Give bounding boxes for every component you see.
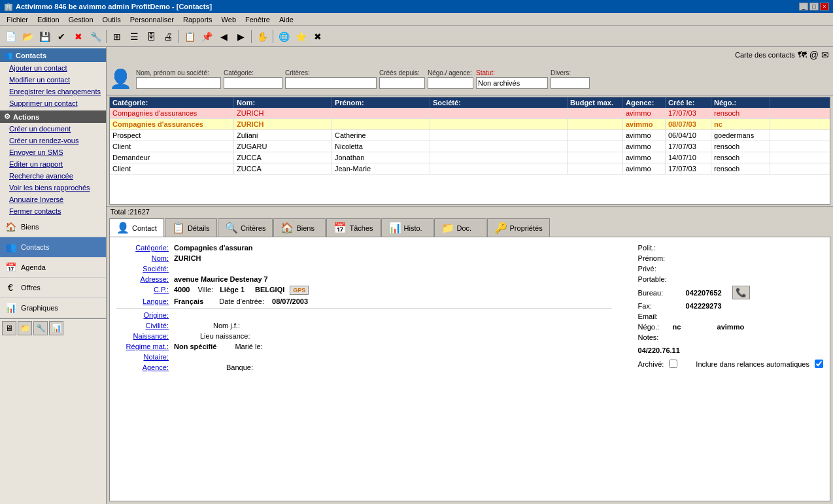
sidebar-item-recherche[interactable]: Recherche avancée <box>0 170 106 182</box>
societe-label[interactable]: Société: <box>116 265 169 273</box>
menu-outils[interactable]: Outils <box>99 15 125 24</box>
search-cat-input[interactable] <box>224 77 282 89</box>
table-row[interactable]: Compagnies d'assurances ZURICH avimmo 08… <box>110 119 830 130</box>
notaire-label[interactable]: Notaire: <box>116 353 169 361</box>
carte-icon-2[interactable]: @ <box>809 50 819 60</box>
archive-row: Archivé: Inclure dans relances automatiq… <box>638 360 823 368</box>
sidebar-item-annuaire[interactable]: Annuaire Inversé <box>0 193 106 205</box>
sidebar-item-sms[interactable]: Envoyer un SMS <box>0 146 106 158</box>
nav-item-contacts[interactable]: 👥 Contacts <box>0 237 106 258</box>
restore-button[interactable]: □ <box>809 3 819 10</box>
regime-label[interactable]: Régime mat.: <box>116 343 169 350</box>
toolbar-new[interactable]: 📄 <box>3 29 18 44</box>
carte-icon-1[interactable]: 🗺 <box>798 50 807 60</box>
nav-item-graphiques[interactable]: 📊 Graphiques <box>0 298 106 318</box>
menu-aide[interactable]: Aide <box>275 15 298 24</box>
inclure-checkbox[interactable] <box>815 360 823 368</box>
civilite-label[interactable]: Civilité: <box>116 322 169 329</box>
table-row[interactable]: Client ZUCCA Jean-Marie avimmo 17/07/03 … <box>110 163 830 175</box>
close-button[interactable]: × <box>820 3 829 10</box>
tab-doc[interactable]: 📁 Doc. <box>434 218 486 237</box>
phone-icon-button[interactable]: 📞 <box>732 286 750 299</box>
sidebar-item-modifier[interactable]: Modifier un contact <box>0 74 106 86</box>
toolbar-forward[interactable]: ▶ <box>233 29 248 44</box>
categorie-label[interactable]: Catégorie: <box>116 244 169 252</box>
tab-taches[interactable]: 📅 Tâches <box>326 218 380 237</box>
bottom-tool-3[interactable]: 🔧 <box>33 321 48 335</box>
origine-label[interactable]: Origine: <box>116 311 169 319</box>
tab-proprietes[interactable]: 🔑 Propriétés <box>487 218 550 237</box>
table-row[interactable]: Compagnies d'assurances ZURICH avimmo 17… <box>110 108 830 119</box>
naissance-label[interactable]: Naissance: <box>116 332 169 340</box>
search-divers-input[interactable] <box>551 77 590 89</box>
toolbar-delete[interactable]: ✖ <box>71 29 86 44</box>
nav-item-agenda[interactable]: 📅 Agenda <box>0 258 106 278</box>
search-nom-input[interactable] <box>136 77 221 89</box>
toolbar-list[interactable]: ☰ <box>126 29 142 44</box>
tab-contact[interactable]: 👤 Contact <box>109 218 164 237</box>
agence-label[interactable]: Agence: <box>116 363 169 371</box>
tab-details[interactable]: 📋 Détails <box>165 218 217 237</box>
minimize-button[interactable]: _ <box>799 3 808 10</box>
toolbar-view[interactable]: 🗄 <box>143 29 159 44</box>
prenom-label: Prénom: <box>638 254 666 262</box>
nom-label[interactable]: Nom: <box>116 254 169 262</box>
nav-item-biens[interactable]: 🏠 Biens <box>0 217 106 237</box>
detail-row-civilite: Civilité: Nom j.f.: <box>116 322 612 329</box>
sidebar-item-creer-rdv[interactable]: Créer un rendez-vous <box>0 135 106 146</box>
toolbar-open[interactable]: 📂 <box>20 29 35 44</box>
carte-icon-3[interactable]: ✉ <box>821 50 829 60</box>
tab-biens[interactable]: 🏠 Biens <box>273 218 326 237</box>
menu-gestion[interactable]: Gestion <box>65 15 97 24</box>
toolbar-copy[interactable]: 📋 <box>182 29 197 44</box>
menu-web[interactable]: Web <box>218 15 240 24</box>
menu-edition[interactable]: Edition <box>33 15 63 24</box>
sidebar-item-ajouter[interactable]: Ajouter un contact <box>0 62 106 74</box>
toolbar-save[interactable]: 💾 <box>37 29 52 44</box>
nav-item-offres[interactable]: € Offres <box>0 278 106 298</box>
bottom-tool-1[interactable]: 🖥 <box>2 321 16 335</box>
search-crees-group: Créés depuis: <box>379 69 425 89</box>
table-row[interactable]: Demandeur ZUCCA Jonathan avimmo 14/07/10… <box>110 152 830 163</box>
bottom-tool-4[interactable]: 📊 <box>49 321 63 335</box>
toolbar-print[interactable]: 🖨 <box>160 29 176 44</box>
menu-rapports[interactable]: Rapports <box>179 15 216 24</box>
cell-prenom <box>332 108 430 118</box>
langue-label[interactable]: Langue: <box>116 297 169 305</box>
search-crees-input[interactable] <box>379 77 425 89</box>
menu-fichier[interactable]: Fichier <box>3 15 32 24</box>
tab-biens-icon: 🏠 <box>280 222 294 234</box>
menu-personnaliser[interactable]: Personnaliser <box>126 15 178 24</box>
sidebar-item-supprimer[interactable]: Supprimer un contact <box>0 97 106 109</box>
toolbar-paste[interactable]: 📌 <box>199 29 214 44</box>
menu-fenetre[interactable]: Fenêtre <box>241 15 274 24</box>
adresse-label[interactable]: Adresse: <box>116 275 169 283</box>
sidebar-item-enregistrer[interactable]: Enregistrer les changements <box>0 86 106 97</box>
toolbar-hand[interactable]: ✋ <box>254 29 270 44</box>
cell-nom: ZURICH <box>234 119 332 129</box>
tab-histo[interactable]: 📊 Histo. <box>381 218 434 237</box>
sidebar-item-creer-doc[interactable]: Créer un document <box>0 123 106 135</box>
bottom-tool-2[interactable]: 📁 <box>18 321 32 335</box>
sidebar-item-biens-rapproches[interactable]: Voir les biens rapprochés <box>0 182 106 193</box>
sidebar-item-rapport[interactable]: Editer un rapport <box>0 158 106 170</box>
toolbar-grid[interactable]: ⊞ <box>109 29 125 44</box>
search-crit-input[interactable] <box>285 77 377 89</box>
search-statut-input[interactable]: Non archivés <box>476 77 548 89</box>
gps-button[interactable]: GPS <box>290 286 309 295</box>
toolbar-close-x[interactable]: ✖ <box>310 29 326 44</box>
table-row[interactable]: Client ZUGARU Nicoletta avimmo 17/07/03 … <box>110 141 830 152</box>
cell-agence: avimmo <box>623 141 666 152</box>
window-controls[interactable]: _ □ × <box>799 3 829 10</box>
archive-checkbox[interactable] <box>669 360 677 368</box>
toolbar-misc[interactable]: 🔧 <box>88 29 103 44</box>
cp-label[interactable]: C.P.: <box>116 286 169 294</box>
toolbar-star[interactable]: ⭐ <box>293 29 309 44</box>
sidebar-item-fermer[interactable]: Fermer contacts <box>0 205 106 217</box>
toolbar-check[interactable]: ✔ <box>54 29 69 44</box>
search-nego-input[interactable] <box>428 77 473 89</box>
toolbar-globe[interactable]: 🌐 <box>276 29 292 44</box>
table-row[interactable]: Prospect Zuliani Catherine avimmo 06/04/… <box>110 130 830 141</box>
tab-criteres[interactable]: 🔍 Critères <box>218 218 273 237</box>
toolbar-back[interactable]: ◀ <box>216 29 231 44</box>
